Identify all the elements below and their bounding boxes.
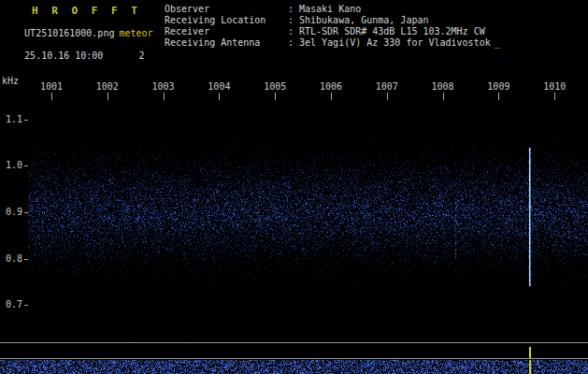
y-tick-label: 1.0 <box>0 160 22 170</box>
signal-panel-bottom-line <box>0 358 588 359</box>
x-tick-label: 1009 <box>484 81 512 92</box>
x-tick-label: 1006 <box>317 81 345 92</box>
app-title: H R O F F T <box>32 5 141 17</box>
x-tick-label: 1003 <box>150 81 178 92</box>
y-tick-label: 0.9 <box>0 207 22 217</box>
time-line: 25.10.16 10:002 <box>2 40 144 71</box>
info-value: 3el Yagi(V) Az 330 for Vladivostok <box>299 37 491 48</box>
observation-info: Observer:Masaki KanoReceiving Location:S… <box>165 4 500 49</box>
x-tick-mark <box>275 93 276 100</box>
info-row: Receiving Location:Shibukawa, Gunma, Jap… <box>165 15 500 26</box>
text-cursor: _ <box>495 37 500 48</box>
y-tick-label: 0.8 <box>0 253 22 264</box>
observatory-name: meteor <box>119 28 152 38</box>
y-axis-unit-label: kHz <box>2 76 19 86</box>
info-colon: : <box>288 37 295 49</box>
info-value: RTL-SDR SDR# 43dB L15 103.2MHz CW <box>299 26 485 36</box>
noise-level-strip-canvas <box>0 360 588 374</box>
info-value: Masaki Kano <box>299 4 361 14</box>
x-tick-mark <box>51 93 52 100</box>
info-label: Receiving Antenna <box>165 37 288 49</box>
x-tick-mark <box>219 93 220 100</box>
spectrogram-canvas <box>28 101 588 342</box>
x-tick-label: 1001 <box>37 81 65 92</box>
x-tick-mark <box>498 93 499 100</box>
y-tick-label: 1.1 <box>0 114 22 124</box>
info-label: Receiving Location <box>165 15 288 26</box>
x-tick-mark <box>331 93 332 100</box>
x-tick-mark <box>387 93 388 100</box>
info-label: Observer <box>165 4 288 15</box>
info-colon: : <box>288 26 295 37</box>
info-value: Shibukawa, Gunma, Japan <box>299 15 428 25</box>
y-tick-label: 0.7 <box>0 299 22 309</box>
x-tick-mark <box>108 93 108 100</box>
info-label: Receiver <box>165 26 288 37</box>
signal-level-spike <box>529 347 531 358</box>
output-filename: UT2510161000.png <box>24 28 114 38</box>
echo-counter: 2 <box>138 50 144 61</box>
timestamp: 25.10.16 10:00 <box>24 50 103 61</box>
info-row: Receiving Antenna:3el Yagi(V) Az 330 for… <box>165 37 500 49</box>
info-row: Observer:Masaki Kano <box>165 4 500 15</box>
x-tick-mark <box>164 93 165 100</box>
x-tick-label: 1008 <box>429 81 457 92</box>
x-tick-label: 1010 <box>540 81 568 92</box>
info-colon: : <box>288 4 295 15</box>
hrofft-output-window: H R O F F T UT2510161000.pngmeteor 25.10… <box>0 0 588 374</box>
info-row: Receiver:RTL-SDR SDR# 43dB L15 103.2MHz … <box>165 26 500 37</box>
x-tick-label: 1007 <box>373 81 401 92</box>
x-tick-mark <box>443 93 444 100</box>
signal-panel-top-line <box>0 342 588 343</box>
x-tick-mark <box>554 93 555 100</box>
x-tick-label: 1002 <box>93 81 122 92</box>
info-colon: : <box>288 15 295 26</box>
x-tick-label: 1004 <box>205 81 233 92</box>
x-tick-label: 1005 <box>261 81 289 92</box>
